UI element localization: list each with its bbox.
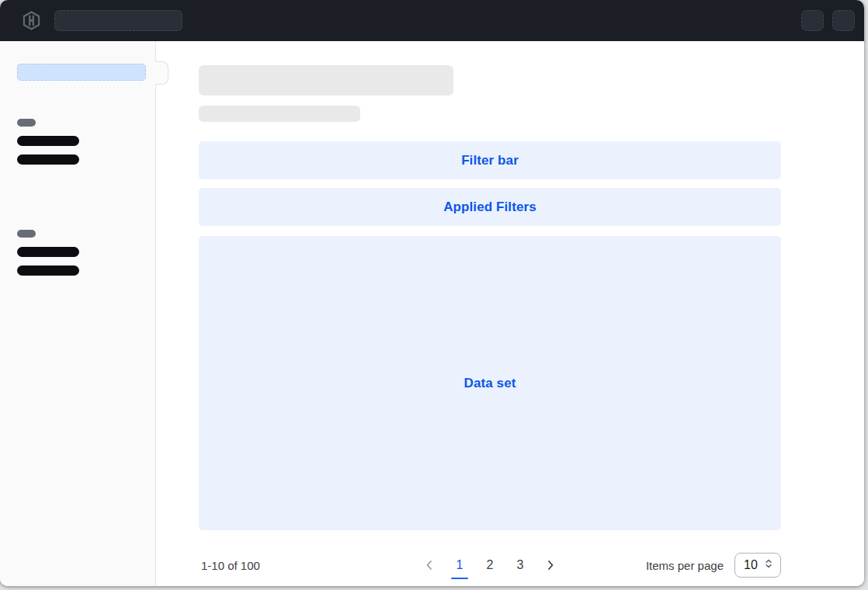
pagination-bar: 1-10 of 100 1 2 3 [199, 546, 781, 585]
pagination-page-1[interactable]: 1 [450, 550, 470, 580]
sidebar-item-placeholder-3 [17, 247, 79, 257]
pagination-page-2[interactable]: 2 [480, 550, 500, 580]
chevron-left-icon [423, 559, 436, 571]
sidebar-item-placeholder-4 [17, 266, 79, 276]
app-window: Filter bar Applied Filters Data set 1-10… [0, 0, 864, 586]
data-set-section: Data set [199, 236, 781, 530]
top-nav [0, 0, 864, 41]
sidebar [0, 41, 156, 586]
pagination-range-text: 1-10 of 100 [201, 559, 260, 572]
unfold-more-icon [763, 558, 774, 572]
sidebar-selected-item-placeholder[interactable] [17, 64, 146, 81]
data-set-label: Data set [464, 376, 516, 391]
pagination-page-nav: 1 2 3 [419, 550, 561, 580]
nav-action-placeholder-2 [832, 10, 855, 31]
applied-filters-section: Applied Filters [199, 188, 781, 226]
pagination-page-3[interactable]: 3 [510, 550, 530, 580]
filter-bar-section: Filter bar [199, 141, 781, 179]
hashicorp-logo-icon[interactable] [22, 11, 41, 30]
nav-action-placeholder-1 [801, 10, 824, 31]
nav-search-placeholder [54, 10, 182, 31]
sidebar-section-label-placeholder-1 [17, 119, 36, 127]
page-subtitle-placeholder [199, 106, 360, 122]
main-content: Filter bar Applied Filters Data set 1-10… [157, 41, 864, 586]
sidebar-item-placeholder-2 [17, 154, 79, 165]
sidebar-collapse-toggle[interactable] [155, 61, 168, 85]
applied-filters-label: Applied Filters [443, 200, 536, 215]
page-size-value: 10 [744, 558, 758, 572]
page-size-select[interactable]: 10 [734, 553, 781, 578]
page-title-placeholder [199, 65, 453, 95]
sidebar-section-label-placeholder-2 [17, 230, 36, 238]
pagination-next-button[interactable] [540, 550, 561, 580]
items-per-page-label: Items per page [646, 559, 724, 572]
sidebar-item-placeholder-1 [17, 136, 79, 146]
pagination-prev-button[interactable] [419, 550, 439, 580]
filter-bar-label: Filter bar [461, 153, 519, 168]
chevron-right-icon [544, 559, 557, 571]
items-per-page-group: Items per page 10 [646, 553, 781, 578]
